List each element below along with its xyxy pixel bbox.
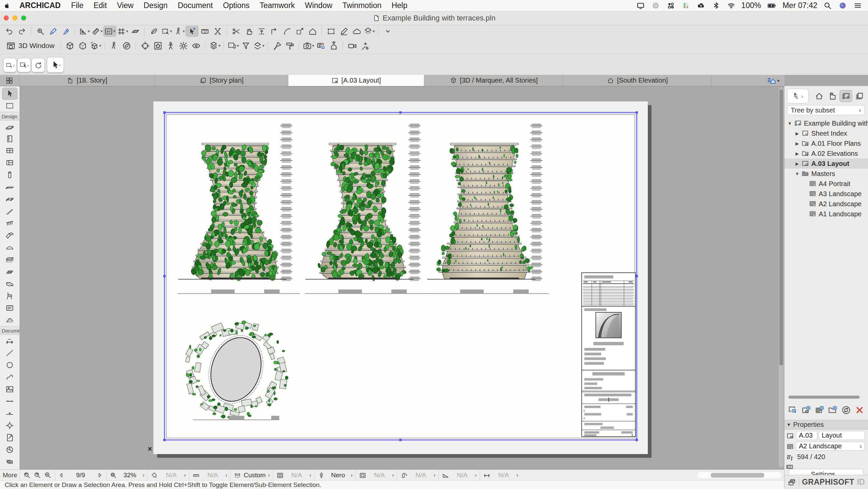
tool-morph[interactable] <box>2 314 18 326</box>
axo-view-button[interactable]: ▾ <box>89 40 102 51</box>
menu-archicad[interactable]: ARCHICAD <box>14 1 66 10</box>
stretch-x-button[interactable] <box>211 26 224 37</box>
menu-window[interactable]: Window <box>300 1 337 10</box>
add-layout-button[interactable] <box>800 404 813 416</box>
cube-open-button[interactable] <box>76 40 89 51</box>
tool-worksheet-tool[interactable] <box>2 432 18 444</box>
tool-door[interactable] <box>2 133 18 145</box>
marquee-3d-button[interactable]: ▾ <box>226 40 239 51</box>
menu-options[interactable]: Options <box>218 1 254 10</box>
tree-item-a-01-floor-plans[interactable]: ▶A.01 Floor Plans <box>784 138 868 148</box>
refresh-button[interactable] <box>840 404 852 416</box>
tree-item-masters[interactable]: ▼Masters <box>784 169 868 179</box>
magic-new-button[interactable] <box>359 40 371 51</box>
quick-option-renovation[interactable]: N/A› <box>147 470 189 481</box>
paint-roller-button[interactable] <box>283 40 296 51</box>
quick-option-scale-ruler[interactable]: N/A› <box>189 470 230 481</box>
menu-edit[interactable]: Edit <box>89 1 112 10</box>
menubar-search-icon[interactable] <box>820 1 835 10</box>
menubar-siri-icon[interactable] <box>835 1 850 10</box>
quick-view-options-button[interactable]: ▾ <box>762 75 784 86</box>
tool-mesh[interactable] <box>2 254 18 266</box>
align-up-button[interactable] <box>255 26 268 37</box>
menubar-display-icon[interactable] <box>633 1 648 10</box>
solid-op2-button[interactable]: ▾ <box>252 40 265 51</box>
cube-layers-button[interactable]: ▾ <box>208 40 221 51</box>
tool-drawing-tool[interactable] <box>2 444 18 456</box>
tool-wall[interactable] <box>2 121 18 133</box>
tool-detail-tool[interactable] <box>2 420 18 432</box>
project-map-button[interactable] <box>813 90 825 102</box>
tree-item-a3-landscape[interactable]: A3 Landscape <box>784 189 868 199</box>
ruler-12-button[interactable]: 12 <box>198 26 211 37</box>
tab-18-story[interactable]: [18. Story] <box>19 75 155 86</box>
tree-item-example-building-with-terraces[interactable]: ▼Example Building with terraces <box>784 118 868 128</box>
cube-outline-button[interactable] <box>63 40 76 51</box>
cursor-big-button[interactable]: › <box>47 57 64 73</box>
next-story-button[interactable] <box>96 472 103 479</box>
properties-section-header[interactable]: ▼Properties <box>784 420 868 430</box>
tool-beam[interactable] <box>2 181 18 193</box>
chevron-more-button[interactable] <box>381 26 394 37</box>
scissors-button[interactable] <box>229 26 242 37</box>
tab-south-elevation[interactable]: [South Elevation] <box>564 75 712 86</box>
menubar-cloud-upload-icon[interactable] <box>693 1 709 10</box>
selection-handle[interactable] <box>399 112 402 114</box>
camera-button[interactable]: ▾ <box>302 40 314 51</box>
window-copy-icon[interactable] <box>787 478 796 487</box>
layout-id-field[interactable]: A.03 <box>796 431 817 440</box>
selection-handle[interactable] <box>163 439 166 441</box>
selection-handle[interactable] <box>163 275 166 278</box>
previous-story-button[interactable] <box>58 472 65 479</box>
layout-name-field[interactable]: Layout <box>819 431 865 440</box>
title-block[interactable] <box>582 273 636 437</box>
tool-corner-window[interactable] <box>2 157 18 169</box>
undo-button[interactable] <box>3 26 16 37</box>
menu-view[interactable]: View <box>112 1 138 10</box>
selection-handle[interactable] <box>399 439 402 441</box>
selection-handle[interactable] <box>163 112 166 114</box>
layout-settings-button[interactable] <box>786 404 799 416</box>
walk-person2-button[interactable] <box>107 40 120 51</box>
redo-button[interactable] <box>16 26 28 37</box>
battery-icon[interactable] <box>764 1 780 10</box>
tab-3d-marquee[interactable]: [3D / Marquee, All Stories] <box>424 75 564 86</box>
vertical-scrollbar[interactable] <box>779 87 784 467</box>
tool-railing[interactable] <box>2 217 18 229</box>
add-master-button[interactable] <box>813 404 826 416</box>
tool-section-tool[interactable] <box>2 395 18 407</box>
graphisoft-brand[interactable]: GRAPHISOFT <box>802 478 854 487</box>
publisher-sets-button[interactable] <box>853 90 866 102</box>
tool-slab[interactable] <box>2 193 18 205</box>
tree-expander[interactable]: ▶ <box>794 151 801 156</box>
set-square-button[interactable]: ▾ <box>78 26 91 37</box>
tree-expander[interactable]: ▶ <box>794 141 801 146</box>
fillet-arc-button[interactable] <box>281 26 293 37</box>
solid-op-button[interactable]: ▾ <box>363 26 376 37</box>
horizontal-scrollbar[interactable] <box>697 472 782 478</box>
menubar-creative-cloud-icon[interactable] <box>648 1 663 10</box>
add-subset-button[interactable] <box>826 404 839 416</box>
toolbox-section-document[interactable]: Document <box>0 326 20 335</box>
tree-item-sheet-index[interactable]: ▶Sheet Index <box>784 128 868 138</box>
menubar-bluetooth-icon[interactable] <box>709 1 724 10</box>
tool-object-chair[interactable] <box>2 290 18 302</box>
net-select-button[interactable] <box>324 26 337 37</box>
tool-shell[interactable] <box>2 241 18 254</box>
select-cursor-box-button[interactable]: › <box>18 58 31 72</box>
menubar-app-dots-icon[interactable] <box>663 1 678 10</box>
tree-expander[interactable]: ▼ <box>786 121 793 126</box>
navigator-horizontal-scrollbar[interactable] <box>788 396 860 399</box>
target-circle-button[interactable] <box>138 40 151 51</box>
minimize-window-button[interactable] <box>12 16 18 21</box>
leaf-button[interactable] <box>147 26 160 37</box>
master-layout-select[interactable]: A2 Landscape› <box>796 442 865 451</box>
menu-clock[interactable]: Mer 07:42 <box>780 1 820 10</box>
frame-select-button[interactable]: ▾ <box>160 26 173 37</box>
selection-handle[interactable] <box>636 275 638 278</box>
increase-zoom-button[interactable] <box>43 471 52 479</box>
window-3d-button[interactable]: 3D Window <box>3 40 58 51</box>
menu-file[interactable]: File <box>66 1 89 10</box>
home-frame-button[interactable] <box>151 40 164 51</box>
tool-roof[interactable] <box>2 229 18 241</box>
